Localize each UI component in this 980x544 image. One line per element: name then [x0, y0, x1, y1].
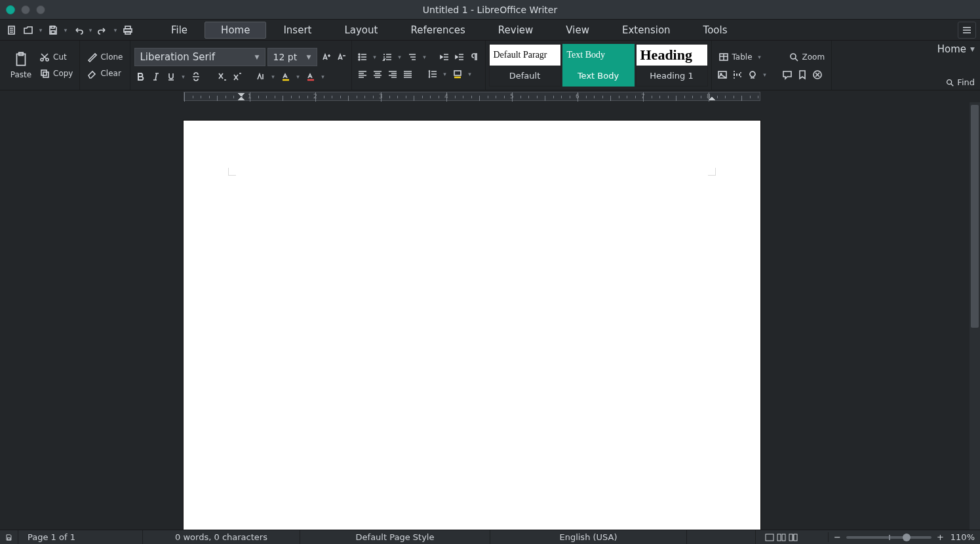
image-button[interactable]	[716, 68, 729, 81]
special-char-button[interactable]	[746, 68, 759, 81]
font-name-combo[interactable]: Liberation Serif▼	[134, 48, 265, 66]
status-wordcount[interactable]: 0 words, 0 characters	[143, 530, 300, 544]
document-area[interactable]	[0, 102, 970, 530]
font-color-button[interactable]	[304, 70, 317, 83]
paste-button[interactable]: Paste	[7, 42, 35, 88]
print-icon[interactable]	[120, 22, 136, 38]
margin-corner	[228, 168, 236, 176]
eraser-icon	[87, 68, 97, 79]
bullet-list-button[interactable]	[356, 50, 369, 64]
table-dropdown[interactable]: ▾	[756, 54, 764, 60]
comment-button[interactable]	[781, 68, 794, 81]
clone-formatting-button[interactable]: Clone	[84, 50, 125, 64]
para-bgcolor-dropdown[interactable]: ▾	[466, 71, 474, 77]
para-bgcolor-button[interactable]	[451, 68, 464, 81]
open-dropdown[interactable]: ▾	[37, 27, 45, 33]
subscript-button[interactable]	[216, 70, 229, 83]
scrollbar-thumb[interactable]	[971, 105, 979, 328]
strike-button[interactable]	[189, 70, 203, 83]
outline-list-dropdown[interactable]: ▾	[421, 54, 429, 60]
bullet-list-dropdown[interactable]: ▾	[371, 54, 379, 60]
undo-dropdown[interactable]: ▾	[87, 27, 94, 33]
underline-dropdown[interactable]: ▾	[180, 73, 187, 80]
page-break-button[interactable]	[731, 68, 744, 81]
font-color-dropdown[interactable]: ▾	[319, 73, 327, 80]
underline-button[interactable]	[165, 70, 178, 83]
find-button[interactable]: Find	[945, 77, 975, 87]
style-text-body[interactable]: Text Body Text Body	[562, 44, 635, 87]
align-right-button[interactable]	[386, 68, 399, 81]
zoom-button[interactable]: Zoom	[786, 50, 828, 64]
redo-icon[interactable]	[95, 22, 111, 38]
open-icon[interactable]	[20, 22, 36, 38]
align-left-button[interactable]	[356, 68, 369, 81]
status-pagestyle[interactable]: Default Page Style	[300, 530, 490, 544]
undo-icon[interactable]	[70, 22, 86, 38]
svg-rect-15	[454, 71, 461, 75]
bold-button[interactable]	[134, 70, 147, 83]
char-spacing-button[interactable]	[254, 70, 267, 83]
indent-decrease-button[interactable]	[438, 50, 451, 64]
svg-point-14	[359, 59, 360, 60]
menu-extension[interactable]: Extension	[606, 22, 686, 39]
cross-ref-button[interactable]	[811, 68, 824, 81]
font-size-combo[interactable]: 12 pt▼	[267, 48, 317, 66]
context-tab[interactable]: Home▼	[937, 43, 975, 55]
svg-point-13	[359, 56, 360, 58]
shrink-font-button[interactable]	[334, 50, 347, 64]
copy-icon	[39, 68, 50, 79]
menu-review[interactable]: Review	[482, 22, 549, 39]
horizontal-ruler[interactable]: 12345678	[184, 92, 760, 101]
number-list-button[interactable]	[381, 50, 394, 64]
clear-formatting-button[interactable]: Clear	[84, 66, 125, 81]
outline-list-button[interactable]	[406, 50, 419, 64]
menu-home[interactable]: Home	[205, 22, 266, 39]
italic-button[interactable]	[149, 70, 163, 83]
scissors-icon	[39, 52, 50, 62]
titlebar: Untitled 1 - LibreOffice Writer	[0, 0, 980, 20]
menu-tools[interactable]: Tools	[688, 22, 743, 39]
redo-dropdown[interactable]: ▾	[111, 27, 119, 33]
vertical-scrollbar[interactable]	[970, 102, 980, 530]
number-list-dropdown[interactable]: ▾	[396, 54, 404, 60]
style-heading1[interactable]: Heading Heading 1	[636, 44, 708, 87]
style-default[interactable]: Default Paragr Default	[489, 44, 561, 87]
menu-view[interactable]: View	[550, 22, 605, 39]
save-status-icon[interactable]	[0, 530, 18, 544]
hamburger-button[interactable]	[958, 22, 976, 39]
new-doc-icon[interactable]	[4, 22, 20, 38]
special-char-dropdown[interactable]: ▾	[761, 71, 769, 78]
zoom-level[interactable]: 110%	[951, 532, 975, 542]
bookmark-button[interactable]	[796, 68, 809, 81]
menu-references[interactable]: References	[395, 22, 480, 39]
grow-font-button[interactable]	[319, 50, 332, 64]
menu-file[interactable]: File	[155, 22, 203, 39]
line-spacing-button[interactable]	[426, 68, 439, 81]
superscript-button[interactable]	[231, 70, 244, 83]
align-center-button[interactable]	[371, 68, 384, 81]
menu-insert[interactable]: Insert	[267, 22, 327, 39]
cut-button[interactable]: Cut	[37, 50, 75, 64]
save-dropdown[interactable]: ▾	[62, 27, 69, 33]
status-language[interactable]: English (USA)	[490, 530, 687, 544]
view-layout-buttons[interactable]	[756, 530, 828, 544]
formatting-marks-button[interactable]	[468, 50, 481, 64]
zoom-out-button[interactable]: −	[834, 532, 841, 542]
line-spacing-dropdown[interactable]: ▾	[441, 71, 449, 77]
copy-button[interactable]: Copy	[37, 66, 75, 81]
svg-point-17	[791, 54, 796, 59]
svg-rect-25	[782, 534, 785, 541]
svg-rect-27	[794, 534, 797, 541]
align-justify-button[interactable]	[401, 68, 414, 81]
zoom-in-button[interactable]: +	[937, 532, 944, 542]
char-spacing-dropdown[interactable]: ▾	[269, 73, 277, 80]
highlight-color-button[interactable]	[279, 70, 292, 83]
zoom-slider[interactable]	[846, 536, 931, 539]
save-icon[interactable]	[45, 22, 61, 38]
table-button[interactable]: Table▾	[716, 50, 766, 64]
indent-increase-button[interactable]	[453, 50, 466, 64]
page[interactable]	[184, 121, 760, 530]
status-page[interactable]: Page 1 of 1	[18, 530, 143, 544]
menu-layout[interactable]: Layout	[328, 22, 393, 39]
highlight-color-dropdown[interactable]: ▾	[294, 73, 302, 80]
